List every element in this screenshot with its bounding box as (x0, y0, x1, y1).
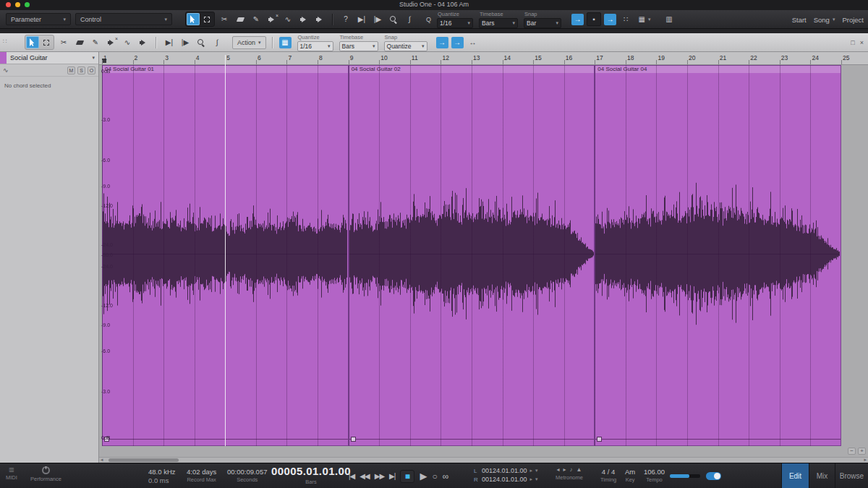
editor-crossfade-button[interactable]: ∫ (210, 36, 224, 48)
horizontal-scrollbar[interactable]: ◂ ▸ (99, 457, 868, 463)
editor-follow-button[interactable]: → (451, 37, 464, 48)
click-note-icon[interactable]: ♪ (570, 467, 573, 473)
panel-grip[interactable]: ∷ (3, 38, 7, 45)
play-from-button[interactable]: ▶| (355, 13, 368, 25)
editor-split-tool-button[interactable]: ✂ (57, 36, 70, 48)
clip-envelope-handle[interactable] (351, 437, 356, 442)
start-page-button[interactable]: Start (792, 16, 807, 24)
editor-arrow-tool-button[interactable] (26, 36, 39, 48)
output-button[interactable]: O (88, 67, 95, 74)
audio-clip[interactable]: 04 Social Guitar 04 (595, 65, 841, 446)
loop-button[interactable]: ∞ (443, 472, 449, 481)
edit-view-button[interactable]: Edit (781, 463, 809, 488)
volume-tool-button[interactable] (313, 13, 326, 25)
editor-eraser-tool-button[interactable] (73, 36, 86, 48)
action-dropdown[interactable]: Action ▾ (232, 36, 266, 49)
autoscroll-button[interactable]: → (571, 14, 584, 25)
input-quantize-button[interactable]: Q (426, 16, 431, 23)
project-page-button[interactable]: Project (842, 16, 864, 24)
range-tool-button[interactable] (200, 13, 213, 25)
key-display[interactable]: Am Key (625, 468, 635, 483)
metronome-icon[interactable]: ▲ (576, 467, 582, 473)
time-display[interactable]: 00005.01.01.00 Bars (273, 465, 349, 485)
editor-play-to-button[interactable]: |▶ (179, 36, 192, 48)
editor-zoom-tool-button[interactable] (195, 36, 208, 48)
track-color-swatch[interactable] (0, 52, 7, 64)
keyboard-panel-button[interactable]: ▥ (663, 13, 676, 25)
output-volume-slider[interactable] (670, 474, 700, 478)
parameter-panel-header[interactable]: Parameter ▾ (6, 13, 71, 25)
help-button[interactable]: ? (339, 13, 352, 25)
clip-volume-envelope[interactable] (349, 439, 595, 440)
editor-mute-tool-button[interactable]: × (105, 36, 118, 48)
clip-name[interactable]: 04 Social Guitar 04 (595, 66, 841, 73)
clip-envelope-handle[interactable] (597, 437, 602, 442)
eraser-tool-button[interactable] (234, 13, 247, 25)
fast-forward-button[interactable]: ▶▶ (375, 473, 384, 480)
editor-nudge-button[interactable]: ↔ (467, 36, 480, 48)
scrollbar-thumb[interactable] (109, 458, 179, 462)
precount-icon[interactable]: ◂ (556, 467, 559, 473)
editor-bend-tool-button[interactable]: ∿ (121, 36, 134, 48)
song-page-button[interactable]: Song▾ (814, 16, 835, 24)
editor-quantize-dropdown[interactable]: 1/16 ▾ (297, 41, 333, 51)
performance-monitor[interactable]: Performance (30, 466, 61, 482)
split-tool-button[interactable]: ✂ (218, 13, 231, 25)
mix-view-button[interactable]: Mix (809, 463, 835, 488)
engine-toggle[interactable] (706, 472, 721, 480)
time-signature-display[interactable]: 4 / 4 Timing (600, 468, 616, 483)
drag-handle[interactable]: ∷ (619, 13, 632, 25)
quantize-panel-button[interactable]: ▦ (279, 37, 292, 48)
scroll-right-arrow[interactable]: ▸ (864, 457, 867, 463)
paint-tool-button[interactable]: ✎ (250, 13, 263, 25)
seconds-display[interactable]: 00:00:09.057 Seconds (227, 468, 267, 483)
goto-end-button[interactable]: ▶| (389, 473, 395, 480)
snap-dropdown[interactable]: Bar ▾ (524, 18, 561, 28)
marker-track-button[interactable]: ▪ (587, 12, 601, 26)
audio-clip[interactable]: 04 Social Guitar 02 (349, 65, 595, 446)
follow-playhead-button[interactable]: → (604, 14, 616, 25)
tempo-display[interactable]: 106.00 Tempo (644, 468, 665, 483)
control-panel-header[interactable]: Control ▾ (75, 13, 172, 25)
mute-tool-button[interactable]: × (265, 13, 278, 25)
clips-lane[interactable]: 04 Social Guitar 0104 Social Guitar 0204… (99, 65, 868, 446)
browse-view-button[interactable]: Browse (835, 463, 868, 488)
timebase-dropdown[interactable]: Bars ▾ (479, 18, 518, 28)
arrow-tool-button[interactable] (187, 13, 200, 25)
rewind-button[interactable]: ◀◀ (359, 473, 369, 480)
play-button[interactable]: ▶ (420, 471, 427, 481)
zoom-in-button[interactable]: + (858, 448, 866, 455)
marker-icon[interactable]: ▾ (535, 468, 538, 474)
preroll-icon[interactable]: ▸ (563, 467, 566, 473)
solo-button[interactable]: S (77, 67, 85, 74)
editor-range-tool-button[interactable] (40, 36, 53, 48)
crossfade-button[interactable]: ∫ (403, 13, 416, 25)
editor-autoscroll-button[interactable]: → (436, 37, 448, 48)
record-button[interactable]: ○ (432, 472, 437, 481)
editor-snap-dropdown[interactable]: Quantize ▾ (384, 41, 427, 51)
zoom-tool-button[interactable] (387, 13, 400, 25)
close-panel-icon[interactable]: × (860, 39, 864, 46)
return-to-zero-button[interactable]: |◀ (349, 473, 354, 480)
punch-out-icon[interactable]: ▸ (530, 476, 533, 482)
editor-listen-tool-button[interactable] (137, 36, 150, 48)
clip-name[interactable]: 04 Social Guitar 02 (349, 66, 595, 73)
zoom-out-button[interactable]: − (848, 448, 856, 455)
punch-in-icon[interactable]: ▸ (530, 468, 533, 474)
editor-paint-tool-button[interactable]: ✎ (89, 36, 102, 48)
mute-button[interactable]: M (67, 67, 75, 74)
loop-start-row[interactable]: L 00124.01.01.00 ▸ ▾ (474, 467, 538, 474)
editor-play-from-button[interactable]: ▶| (163, 36, 176, 48)
marker-icon[interactable]: ▾ (535, 476, 538, 482)
track-header[interactable]: Social Guitar ▾ (0, 52, 98, 64)
timeline-ruler[interactable]: 1234567891011121314151617181920212223242… (99, 52, 868, 65)
play-to-button[interactable]: |▶ (371, 13, 384, 25)
clip-volume-envelope[interactable] (595, 439, 841, 440)
track-name[interactable]: Social Guitar (10, 54, 89, 61)
editor-timebase-dropdown[interactable]: Bars ▾ (339, 41, 378, 51)
quantize-dropdown[interactable]: 1/16 ▾ (437, 18, 473, 28)
view-grid-button[interactable]: ▦▾ (635, 13, 654, 25)
stop-button[interactable]: ■ (400, 470, 414, 483)
listen-tool-button[interactable] (297, 13, 310, 25)
scroll-left-arrow[interactable]: ◂ (101, 457, 103, 463)
